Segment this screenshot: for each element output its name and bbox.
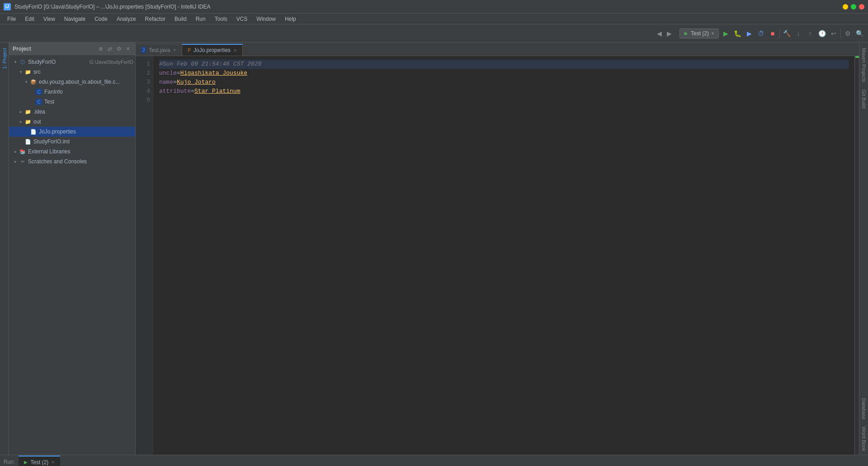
tree-item-test[interactable]: C Test [9,97,135,107]
scratches-icon: ✏ [19,158,26,165]
run-with-coverage-button[interactable]: ▶ [744,29,754,38]
run-config-selector[interactable]: ▶ Test (2) ▾ [679,29,719,38]
java-class-icon: C [35,89,42,95]
prop-key: uncle [159,69,177,78]
build-project-button[interactable]: 🔨 [782,29,792,38]
src-folder-icon: 📁 [24,68,32,76]
tree-item-idea[interactable]: ▸ 📁 .idea [9,107,135,117]
tree-item-external-libs[interactable]: ▸ 📚 External Libraries [9,147,135,157]
project-panel-title: Project [13,46,95,52]
revert-button[interactable]: ↩ [829,29,839,38]
editor-tab-jojo-properties[interactable]: P JoJo.properties ✕ [182,44,243,56]
scroll-mark [855,56,859,58]
menu-tools[interactable]: Tools [211,15,231,23]
line-num-3: 3 [136,78,150,87]
tab-label: JoJo.properties [193,47,231,53]
code-line-3: name = Kujo_Jotaro [159,78,849,87]
debug-button[interactable]: 🐛 [732,29,742,38]
run-tab-icon: ▶ [24,460,28,465]
tree-item-label: External Libraries [28,148,133,155]
menu-navigate[interactable]: Navigate [61,15,89,23]
editor-area: J Test.java ✕ P JoJo.properties ✕ 1 2 3 … [136,43,859,455]
code-editor[interactable]: #Sun Feb 09 21:54:46 CST 2020 uncle = Hi… [154,56,854,455]
gear-icon[interactable]: ⚙ [115,45,123,52]
line-num-5: 5 [136,96,150,105]
project-tab[interactable]: 1: Project [0,44,9,72]
search-everywhere-button[interactable]: 🔍 [854,29,864,38]
menu-help[interactable]: Help [281,15,300,23]
properties-file-icon: P [188,48,191,53]
tree-item-package[interactable]: ▾ 📦 edu.youzg.about_io.about_file.c... [9,77,135,87]
tree-item-label: Scratches and Consoles [28,158,133,165]
bottom-tab-test-2[interactable]: ▶ Test (2) ✕ [19,456,60,466]
menu-edit[interactable]: Edit [21,15,38,23]
window-controls[interactable] [843,4,864,10]
tree-item-path: G:\Java\StudyForIO [90,59,133,65]
git-build-tab[interactable]: Git Build [860,86,868,112]
hide-panel-icon[interactable]: ✕ [124,45,132,52]
expand-arrow: ▾ [24,79,29,85]
separator [779,29,780,38]
run-button[interactable]: ▶ [721,29,731,38]
menu-code[interactable]: Code [91,15,111,23]
editor-tab-test-java[interactable]: J Test.java ✕ [136,44,182,56]
tree-item-root[interactable]: ▾ ⬡ StudyForIO G:\Java\StudyForIO [9,57,135,67]
nav-buttons: ◀ ▶ [655,29,674,38]
menu-file[interactable]: File [4,15,19,23]
add-module-icon[interactable]: ⊕ [97,45,104,52]
forward-button[interactable]: ▶ [665,29,674,38]
tree-item-out[interactable]: ▸ 📁 out [9,117,135,127]
right-sidebar: Maven Projects Git Build Database Word B… [859,43,868,455]
menu-bar: File Edit View Navigate Code Analyze Ref… [0,14,868,24]
tree-item-label: out [33,119,133,125]
expand-arrow: ▸ [13,149,18,154]
maven-projects-tab[interactable]: Maven Projects [860,44,868,86]
bottom-tab-close-icon[interactable]: ✕ [51,460,55,465]
menu-build[interactable]: Build [171,15,190,23]
close-button[interactable] [859,4,864,10]
bottom-panel: Run: ▶ Test (2) ✕ ▶ ■ ⏸ ↓ ⊡ 📌 ── ⇓ 🖨 🗑 2… [0,455,868,466]
editor-scrollbar[interactable] [854,56,859,455]
expand-arrow: ▾ [13,59,18,65]
menu-vcs[interactable]: VCS [233,15,251,23]
back-button[interactable]: ◀ [655,29,664,38]
menu-refactor[interactable]: Refactor [142,15,169,23]
stop-button[interactable]: ■ [768,29,778,38]
menu-view[interactable]: View [40,15,59,23]
tab-label: Test.java [149,47,170,53]
git-update-button[interactable]: ↓ [793,29,803,38]
history-button[interactable]: 🕐 [817,29,827,38]
tree-item-src[interactable]: ▾ 📁 src [9,67,135,77]
line-num-1: 1 [136,60,150,69]
settings-button[interactable]: ⚙ [843,29,853,38]
word-book-tab[interactable]: Word Book [860,423,868,455]
database-tab[interactable]: Database [860,395,868,423]
tree-item-jojo-properties[interactable]: 📄 JoJo.properties [9,127,135,137]
java-file-icon: J [141,47,146,53]
prop-equals: = [177,69,180,78]
tab-close-icon[interactable]: ✕ [173,48,176,52]
tree-item-label: StudyForIO.iml [33,138,133,145]
tree-item-iml[interactable]: 📄 StudyForIO.iml [9,137,135,147]
tree-item-label: JoJo.properties [39,128,133,135]
sync-icon[interactable]: ⇄ [106,45,113,52]
git-push-button[interactable]: ↑ [805,29,815,38]
bottom-tab-label: Test (2) [30,459,48,466]
no-arrow [29,99,34,105]
menu-run[interactable]: Run [192,15,209,23]
tab-close-icon[interactable]: ✕ [233,48,237,53]
editor-tabs: J Test.java ✕ P JoJo.properties ✕ [136,43,859,56]
prop-equals: = [191,87,194,96]
tree-item-scratches[interactable]: ▸ ✏ Scratches and Consoles [9,157,135,166]
menu-analyze[interactable]: Analyze [113,15,140,23]
prop-value: Higashikata_Jousuke [180,69,247,78]
maximize-button[interactable] [851,4,856,10]
minimize-button[interactable] [843,4,848,10]
prop-key: name [159,78,173,87]
expand-arrow: ▸ [13,159,18,164]
profile-button[interactable]: ⏱ [756,29,766,38]
menu-window[interactable]: Window [253,15,279,23]
comment-text: #Sun Feb 09 21:54:46 CST 2020 [159,60,261,69]
tree-item-faninfo[interactable]: C FanInfo [9,87,135,97]
main-toolbar: ◀ ▶ ▶ Test (2) ▾ ▶ 🐛 ▶ ⏱ ■ 🔨 ↓ ↑ 🕐 ↩ ⚙ 🔍 [0,24,868,43]
